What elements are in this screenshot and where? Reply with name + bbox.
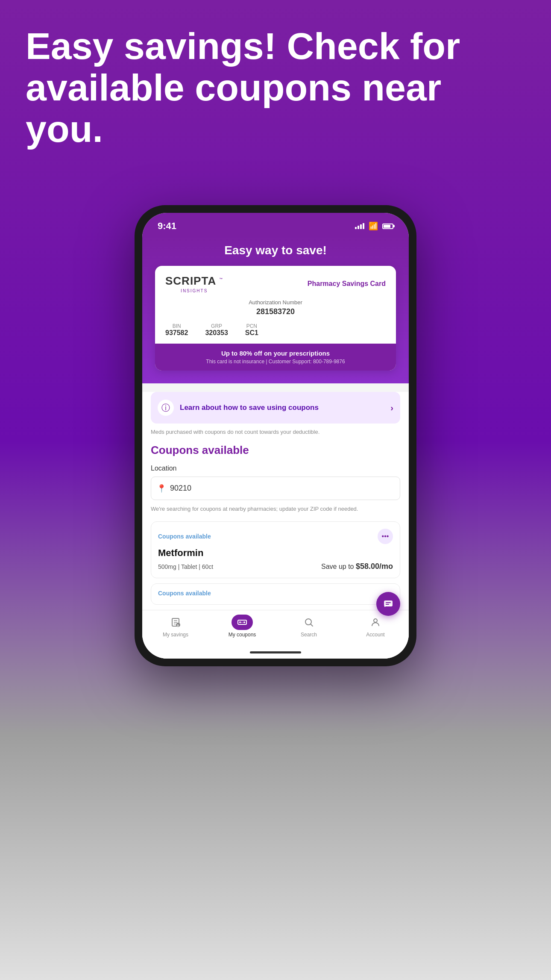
phone-content: ⓘ Learn about how to save using coupons … xyxy=(142,392,409,659)
nav-label-account: Account xyxy=(366,632,384,638)
wifi-icon: 📶 xyxy=(369,221,378,231)
battery-icon xyxy=(382,224,393,229)
status-time: 9:41 xyxy=(158,221,176,232)
savings-amount: Save up to $58.00/mo xyxy=(321,562,393,571)
phone-screen: 9:41 📶 Easy way to save! xyxy=(142,213,409,659)
card-footer-main: Up to 80% off on your prescriptions xyxy=(165,350,386,357)
coupon-card-partial-badge: Coupons available xyxy=(158,590,211,597)
nav-item-search[interactable]: Search xyxy=(276,615,342,638)
bin-detail: BIN 937582 xyxy=(165,323,188,337)
card-details: BIN 937582 GRP 320353 PCN SC1 xyxy=(165,323,386,337)
auth-number: 281583720 xyxy=(165,307,386,316)
signal-icon xyxy=(355,223,364,229)
card-footer-sub: This card is not insurance | Customer Su… xyxy=(165,359,386,365)
svg-line-14 xyxy=(311,624,313,626)
my-coupons-icon xyxy=(237,617,247,627)
card-top: SCRIPTA ™ INSIGHTS Pharmacy Savings Card… xyxy=(155,266,396,344)
svg-point-15 xyxy=(374,619,377,622)
location-input[interactable] xyxy=(151,477,400,500)
info-icon: ⓘ xyxy=(158,400,174,416)
coupon-card-metformin[interactable]: Coupons available ••• Metformin 500mg | … xyxy=(151,521,400,578)
search-icon xyxy=(304,617,314,627)
nav-icon-wrapper-account xyxy=(365,615,386,630)
nav-item-account[interactable]: Account xyxy=(342,615,409,638)
location-label: Location xyxy=(151,465,400,472)
coupons-available-badge: Coupons available xyxy=(158,533,211,540)
svg-rect-2 xyxy=(386,604,389,605)
nav-icon-wrapper-coupons xyxy=(232,615,253,630)
phone-frame: 9:41 📶 Easy way to save! xyxy=(135,205,416,666)
scripta-logo: SCRIPTA ™ xyxy=(165,274,223,288)
grp-detail: GRP 320353 xyxy=(205,323,228,337)
home-indicator xyxy=(142,648,409,659)
info-banner-left: ⓘ Learn about how to save using coupons xyxy=(158,400,319,416)
home-bar xyxy=(250,651,301,653)
nav-icon-wrapper-search xyxy=(298,615,319,630)
nav-label-savings: My savings xyxy=(163,632,188,638)
pcn-detail: PCN SC1 xyxy=(245,323,258,337)
nav-item-my-savings[interactable]: $ My savings xyxy=(142,615,209,638)
account-icon xyxy=(370,617,381,627)
grp-label: GRP xyxy=(205,323,228,329)
card-brand-row: SCRIPTA ™ INSIGHTS Pharmacy Savings Card xyxy=(165,274,386,293)
nav-label-search: Search xyxy=(301,632,317,638)
drug-details: 500mg | Tablet | 60ct xyxy=(158,563,213,570)
coupon-card-partial[interactable]: Coupons available xyxy=(151,583,400,605)
more-options-button[interactable]: ••• xyxy=(378,529,393,544)
searching-note: We're searching for coupons at nearby ph… xyxy=(151,505,400,513)
info-banner-text: Learn about how to save using coupons xyxy=(180,403,319,412)
coupons-section: Coupons available Location 📍 We're searc… xyxy=(142,435,409,605)
coupon-card-header: Coupons available ••• xyxy=(151,522,400,546)
pcn-value: SC1 xyxy=(245,329,258,337)
header-title: Easy way to save! xyxy=(155,244,396,257)
drug-details-row: 500mg | Tablet | 60ct Save up to $58.00/… xyxy=(158,562,393,571)
fab-chat-button[interactable] xyxy=(376,592,400,616)
svg-rect-1 xyxy=(386,602,391,603)
phone-mockup: 9:41 📶 Easy way to save! xyxy=(135,205,416,666)
svg-point-10 xyxy=(239,621,241,623)
deductible-note: Meds purchased with coupons do not count… xyxy=(142,424,409,435)
bin-value: 937582 xyxy=(165,329,188,337)
coupon-card-body: Metformin 500mg | Tablet | 60ct Save up … xyxy=(151,546,400,578)
info-banner[interactable]: ⓘ Learn about how to save using coupons … xyxy=(151,392,400,424)
coupon-card-partial-header: Coupons available xyxy=(151,584,400,603)
nav-icon-wrapper-savings: $ xyxy=(165,615,186,630)
background-headline: Easy savings! Check for available coupon… xyxy=(26,26,525,150)
status-bar: 9:41 📶 xyxy=(142,213,409,235)
drug-name: Metformin xyxy=(158,547,393,559)
pharmacy-savings-label: Pharmacy Savings Card xyxy=(308,280,386,288)
svg-point-11 xyxy=(243,621,245,623)
grp-value: 320353 xyxy=(205,329,228,337)
scripta-sub: INSIGHTS xyxy=(165,288,223,293)
scripta-brand: SCRIPTA ™ INSIGHTS xyxy=(165,274,223,293)
bin-label: BIN xyxy=(165,323,188,329)
svg-text:$: $ xyxy=(177,624,179,627)
location-input-wrapper: 📍 xyxy=(151,477,400,500)
auth-label: Authorization Number xyxy=(165,299,386,306)
nav-label-coupons: My coupons xyxy=(229,632,256,638)
card-footer: Up to 80% off on your prescriptions This… xyxy=(155,344,396,371)
nav-item-my-coupons[interactable]: My coupons xyxy=(209,615,276,638)
bottom-nav: $ My savings xyxy=(142,610,409,648)
pharmacy-card: SCRIPTA ™ INSIGHTS Pharmacy Savings Card… xyxy=(155,266,396,371)
location-pin-icon: 📍 xyxy=(157,484,166,493)
phone-header: Easy way to save! SCRIPTA ™ INSIGHTS xyxy=(142,235,409,383)
chevron-right-icon: › xyxy=(390,403,393,413)
status-icons: 📶 xyxy=(355,221,393,231)
my-savings-icon: $ xyxy=(170,617,181,627)
pcn-label: PCN xyxy=(245,323,258,329)
coupons-section-title: Coupons available xyxy=(151,444,400,457)
